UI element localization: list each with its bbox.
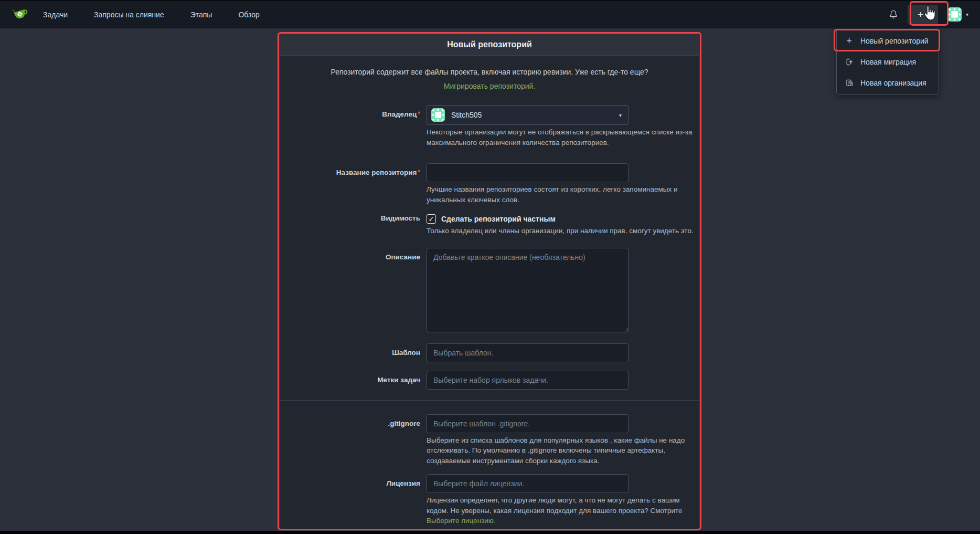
repo-name-label: Название репозитория* [280, 163, 420, 176]
plus-icon: + [845, 36, 854, 46]
gitignore-input[interactable] [427, 414, 629, 433]
choose-license-link[interactable]: Выберите лицензию. [427, 517, 496, 525]
bell-icon [889, 9, 898, 19]
panel-body: Репозиторий содержит все файлы проекта, … [280, 56, 699, 526]
checkmark-icon: ✓ [429, 215, 434, 223]
nav-item-pull-requests[interactable]: Запросы на слияние [94, 11, 164, 19]
section-divider [280, 400, 699, 401]
repo-name-input[interactable] [427, 163, 629, 182]
owner-help-text: Некоторые организации могут не отображат… [427, 127, 695, 148]
migrate-repository-link[interactable]: Мигрировать репозиторий. [444, 82, 536, 90]
page-title: Новый репозиторий [447, 40, 532, 49]
intro-sentence: Репозиторий содержит все файлы проекта, … [331, 68, 648, 76]
new-repository-panel: Новый репозиторий Репозиторий содержит в… [280, 34, 699, 531]
nav-item-issues[interactable]: Задачи [43, 11, 68, 19]
field-license: Лицензия Лицензия определяет, что другие… [280, 474, 699, 526]
top-navbar: Задачи Запросы на слияние Этапы Обзор + … [0, 0, 980, 28]
create-new-button[interactable]: + ▾ [908, 5, 938, 25]
menu-item-new-repository[interactable]: + Новый репозиторий [837, 30, 939, 51]
visibility-help-text: Только владелец или члены организации, п… [427, 226, 695, 236]
menu-item-label: Новый репозиторий [860, 37, 929, 45]
intro-text: Репозиторий содержит все файлы проекта, … [322, 65, 657, 93]
visibility-label: Видимость [280, 212, 420, 222]
panel-header: Новый репозиторий [280, 34, 699, 56]
field-owner: Владелец* [280, 105, 699, 148]
required-asterisk: * [418, 110, 420, 118]
private-checkbox[interactable]: ✓ [427, 214, 436, 224]
repo-name-help-text: Лучшие названия репозиториев состоят из … [427, 184, 695, 205]
license-input[interactable] [427, 474, 629, 493]
license-help-sentence: Лицензия определяет, что другие люди мог… [427, 496, 682, 515]
user-avatar [947, 7, 962, 22]
issue-labels-input[interactable] [427, 371, 629, 390]
notifications-button[interactable] [889, 9, 898, 19]
template-label: Шаблон [280, 343, 420, 357]
required-asterisk: * [418, 169, 420, 176]
private-checkbox-label[interactable]: Сделать репозиторий частным [441, 215, 556, 223]
chevron-down-icon: ▾ [966, 12, 968, 17]
nav-item-milestones[interactable]: Этапы [190, 11, 212, 19]
owner-select[interactable]: Stitch505 ▾ [427, 105, 629, 125]
gitignore-help-text: Выберите из списка шаблонов для популярн… [427, 435, 695, 466]
description-label: Описание [280, 248, 420, 261]
menu-item-label: Новая миграция [860, 58, 916, 66]
owner-avatar [431, 108, 445, 122]
description-textarea[interactable] [427, 248, 629, 332]
field-issue-labels: Метки задач [280, 371, 699, 390]
user-avatar-button[interactable]: ▾ [947, 7, 968, 22]
license-help-text: Лицензия определяет, что другие люди мог… [427, 495, 695, 526]
field-repo-name: Название репозитория* Лучшие названия ре… [280, 163, 699, 205]
chevron-down-icon: ▾ [925, 12, 928, 17]
menu-item-new-organization[interactable]: Новая организация [837, 72, 939, 93]
field-visibility: Видимость ✓ Сделать репозиторий частным … [280, 212, 699, 236]
owner-value: Stitch505 [451, 111, 482, 119]
migration-icon [845, 58, 854, 66]
owner-label: Владелец* [280, 105, 420, 118]
gitea-logo-icon[interactable] [12, 6, 29, 24]
create-new-dropdown: + Новый репозиторий Новая миграция Новая… [836, 29, 939, 95]
field-template: Шаблон [280, 343, 699, 362]
gitignore-label: .gitignore [280, 414, 420, 427]
plus-icon: + [918, 9, 923, 19]
license-label: Лицензия [280, 474, 420, 487]
field-gitignore: .gitignore Выберите из списка шаблонов д… [280, 414, 699, 466]
field-description: Описание [280, 248, 699, 334]
template-input[interactable] [427, 343, 629, 362]
chevron-down-icon: ▾ [619, 112, 622, 118]
menu-item-new-migration[interactable]: Новая миграция [837, 51, 939, 72]
organization-icon [845, 79, 854, 87]
main-nav: Задачи Запросы на слияние Этапы Обзор [43, 11, 260, 19]
issue-labels-label: Метки задач [280, 371, 420, 384]
bottom-edge-strip [0, 531, 980, 534]
menu-item-label: Новая организация [860, 79, 926, 87]
navbar-right: + ▾ ▾ [889, 5, 972, 25]
nav-item-explore[interactable]: Обзор [238, 11, 259, 19]
